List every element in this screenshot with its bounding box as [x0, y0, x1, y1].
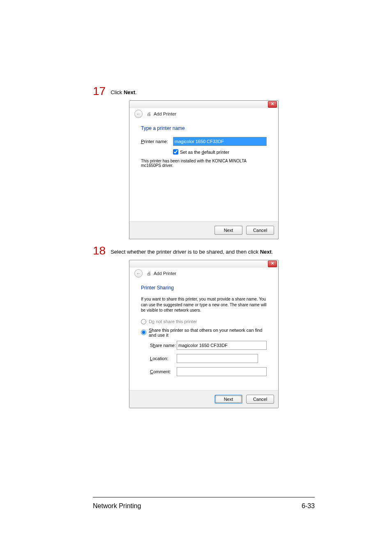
dpl-post: efault printer [204, 150, 229, 155]
wizard-header: ← 🖨 Add Printer [129, 108, 278, 120]
com-ul: C [150, 369, 153, 374]
next-button[interactable]: Next [214, 395, 242, 404]
footer-rule [93, 497, 315, 497]
close-icon[interactable]: ✕ [268, 101, 277, 108]
page-title: Printer Sharing [141, 285, 267, 291]
cancel-button[interactable]: Cancel [246, 395, 274, 404]
do-not-share-label: Do not share this printer [149, 319, 197, 324]
location-input[interactable] [177, 354, 258, 363]
printer-icon: 🖨 [147, 111, 151, 116]
com-post: omment: [153, 369, 171, 374]
add-printer-dialog-2: ✕ ← 🖨 Add Printer Printer Sharing If you… [129, 260, 279, 408]
page-title: Type a printer name [141, 125, 267, 131]
step18-post: . [272, 249, 273, 255]
wizard-header: ← 🖨 Add Printer [129, 268, 278, 279]
step17-pre: Click [111, 89, 124, 95]
footer-right: 6-33 [302, 502, 315, 510]
printer-name-input[interactable] [173, 137, 267, 146]
cancel-button[interactable]: Cancel [246, 226, 274, 235]
default-printer-row: Set as the default printer [173, 149, 267, 155]
breadcrumb: Add Printer [154, 271, 176, 276]
sn-post: are name: [155, 343, 176, 348]
share-radio[interactable] [141, 330, 146, 335]
sharename-row: Share name: [150, 341, 267, 350]
default-printer-checkbox[interactable] [173, 149, 178, 155]
comment-label: Comment: [150, 369, 177, 374]
dpl-pre: Set as the [180, 150, 202, 155]
breadcrumb: Add Printer [154, 111, 176, 116]
next-button[interactable]: Next [214, 226, 242, 235]
share-label: Share this printer so that others on you… [149, 328, 267, 338]
do-not-share-row: Do not share this printer [141, 319, 267, 324]
share-description: If you want to share this printer, you m… [141, 296, 267, 313]
step17-number: 17 [93, 86, 106, 97]
printer-name-row: Printer name: [141, 137, 267, 146]
comment-input[interactable] [177, 367, 267, 376]
share-fields: Share name: Location: Comment: [150, 341, 267, 376]
loc-post: ocation: [152, 356, 168, 361]
rno-post: not share this printer [154, 319, 197, 324]
step17-text: Click Next. [111, 89, 137, 97]
step18-number: 18 [93, 245, 106, 257]
sharename-label: Share name: [150, 343, 177, 348]
add-printer-dialog-1: ✕ ← 🖨 Add Printer Type a printer name Pr… [129, 100, 279, 239]
step18-text: Select whether the printer driver is to … [111, 249, 273, 257]
footer-left: Network Printing [93, 502, 141, 510]
ryes-post: hare this printer so that others on your… [149, 328, 262, 338]
driver-note: This printer has been installed with the… [141, 159, 267, 168]
page-footer: Network Printing 6-33 [93, 502, 315, 510]
wizard-body: Type a printer name Printer name: Set as… [129, 120, 278, 221]
wizard-body: Printer Sharing If you want to share thi… [129, 279, 278, 390]
share-row: Share this printer so that others on you… [141, 328, 267, 338]
step18-pre: Select whether the printer driver is to … [111, 249, 260, 255]
comment-row: Comment: [150, 367, 267, 376]
printer-icon: 🖨 [147, 271, 151, 276]
printer-name-label: Printer name: [141, 139, 173, 144]
do-not-share-radio[interactable] [141, 319, 146, 324]
titlebar: ✕ [129, 101, 278, 108]
titlebar: ✕ [129, 260, 278, 268]
back-icon[interactable]: ← [134, 110, 143, 118]
wizard-footer: Next Cancel [129, 390, 278, 408]
close-icon[interactable]: ✕ [268, 261, 277, 267]
rno-pre: D [149, 319, 152, 324]
step17-bold: Next [124, 89, 135, 95]
location-row: Location: [150, 354, 267, 363]
default-printer-label: Set as the default printer [180, 150, 229, 155]
wizard-footer: Next Cancel [129, 221, 278, 239]
location-label: Location: [150, 356, 177, 361]
step17-post: . [135, 89, 137, 95]
back-icon[interactable]: ← [134, 269, 143, 278]
step18-bold: Next [260, 249, 272, 255]
sharename-input[interactable] [177, 341, 267, 350]
